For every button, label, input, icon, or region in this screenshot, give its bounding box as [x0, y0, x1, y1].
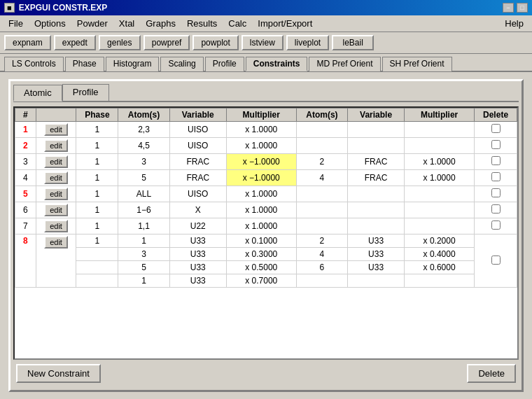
var2-1 [348, 122, 405, 138]
mult2-4: x 1.0000 [405, 170, 475, 186]
tab-constraints[interactable]: Constraints [246, 57, 308, 71]
mult2-7 [405, 218, 475, 234]
mult2-8a: x 0.2000 [405, 234, 475, 248]
atoms-7: 1,1 [118, 218, 169, 234]
delete-check-4[interactable] [491, 172, 500, 181]
atoms-4: 5 [118, 170, 169, 186]
table-row: 7 edit 1 1,1 U22 x 1.0000 [15, 218, 517, 234]
mult-8c: x 0.5000 [226, 261, 296, 274]
var2-8b: U33 [348, 248, 405, 261]
tab-profile[interactable]: Profile [205, 57, 244, 71]
var-1: UISO [169, 122, 226, 138]
toolbar-genles[interactable]: genles [99, 35, 141, 50]
table-row: 2 edit 1 4,5 UISO x 1.0000 [15, 138, 517, 154]
edit-btn-7[interactable]: edit [44, 220, 68, 232]
var-7: U22 [169, 218, 226, 234]
new-constraint-button[interactable]: New Constraint [16, 364, 101, 383]
inner-tab-profile[interactable]: Profile [62, 84, 109, 101]
delete-check-3[interactable] [491, 156, 500, 165]
menu-calc[interactable]: Calc [223, 17, 252, 30]
toolbar-liveplot[interactable]: liveplot [286, 35, 329, 50]
table-row: 5 U33 x 0.5000 6 U33 x 0.6000 [15, 261, 517, 274]
var-3: FRAC [169, 154, 226, 170]
delete-check-2[interactable] [491, 140, 500, 149]
menu-help[interactable]: Help [499, 17, 529, 30]
toolbar-lstview[interactable]: lstview [241, 35, 284, 50]
tab-histogram[interactable]: Histogram [106, 57, 160, 71]
menu-import-export[interactable]: Import/Export [252, 17, 318, 30]
inner-tab-atomic[interactable]: Atomic [13, 85, 62, 102]
atoms-8d: 1 [118, 274, 169, 288]
delete-check-7[interactable] [491, 220, 500, 230]
edit-btn-4[interactable]: edit [44, 172, 68, 184]
inner-tabs: Atomic Profile [13, 84, 519, 102]
var2-5 [348, 186, 405, 202]
title-bar: ■ EXPGUI CONSTR.EXP − □ [0, 0, 532, 15]
var-8b: U33 [169, 248, 226, 261]
bottom-bar: New Constraint Delete [13, 360, 519, 387]
toolbar-expedt[interactable]: expedt [54, 35, 96, 50]
edit-btn-8[interactable]: edit [44, 236, 68, 248]
mult2-8b: x 0.4000 [405, 248, 475, 261]
col-header-variable2: Variable [348, 108, 405, 122]
menu-powder[interactable]: Powder [71, 17, 113, 30]
toolbar: expnam expedt genles powpref powplot lst… [0, 32, 532, 54]
col-header-atoms2: Atom(s) [296, 108, 347, 122]
edit-btn-3[interactable]: edit [44, 155, 68, 168]
edit-btn-1[interactable]: edit [44, 123, 68, 136]
phase-4: 1 [76, 170, 118, 186]
tab-ls-controls[interactable]: LS Controls [4, 57, 64, 71]
mult2-2 [405, 138, 475, 154]
col-header-phase: Phase [76, 108, 118, 122]
var-5: UISO [169, 186, 226, 202]
minimize-button[interactable]: − [503, 3, 514, 13]
constraints-table-scroll[interactable]: # Phase Atom(s) Variable Multiplier Atom… [15, 108, 517, 358]
var-8d: U33 [169, 274, 226, 288]
mult-7: x 1.0000 [226, 218, 296, 234]
mult-5: x 1.0000 [226, 186, 296, 202]
mult2-1 [405, 122, 475, 138]
toolbar-expnam[interactable]: expnam [4, 35, 51, 50]
mult-8b: x 0.3000 [226, 248, 296, 261]
table-row: 3 U33 x 0.3000 4 U33 x 0.4000 [15, 248, 517, 261]
atoms2-8b: 4 [296, 248, 347, 261]
table-row: 4 edit 1 5 FRAC x −1.0000 4 FRAC x 1.000… [15, 170, 517, 186]
atoms-2: 4,5 [118, 138, 169, 154]
col-header-variable: Variable [169, 108, 226, 122]
atoms2-3: 2 [296, 154, 347, 170]
delete-check-5[interactable] [491, 188, 500, 197]
toolbar-powpref[interactable]: powpref [144, 35, 190, 50]
edit-btn-6[interactable]: edit [44, 204, 68, 216]
row-num-2: 2 [23, 141, 28, 150]
atoms-5: ALL [118, 186, 169, 202]
row-num-3: 3 [23, 157, 28, 167]
toolbar-lebail[interactable]: leBail [332, 35, 374, 50]
edit-btn-2[interactable]: edit [44, 139, 68, 152]
delete-check-6[interactable] [491, 204, 500, 214]
mult-1: x 1.0000 [226, 122, 296, 138]
delete-button[interactable]: Delete [467, 364, 516, 383]
toolbar-powplot[interactable]: powplot [192, 35, 238, 50]
edit-btn-5[interactable]: edit [44, 188, 68, 200]
tab-phase[interactable]: Phase [65, 57, 104, 71]
mult-3: x −1.0000 [226, 154, 296, 170]
phase-3: 1 [76, 154, 118, 170]
menu-xtal[interactable]: Xtal [113, 17, 140, 30]
tab-scaling[interactable]: Scaling [160, 57, 203, 71]
row-num-5: 5 [23, 189, 28, 199]
delete-check-8[interactable] [491, 255, 500, 265]
menu-results[interactable]: Results [181, 17, 223, 30]
menu-options[interactable]: Options [29, 17, 71, 30]
tab-sh-pref-orient[interactable]: SH Pref Orient [382, 57, 452, 71]
atoms2-1 [296, 122, 347, 138]
maximize-button[interactable]: □ [517, 3, 528, 13]
delete-check-1[interactable] [491, 124, 500, 133]
tab-md-pref-orient[interactable]: MD Pref Orient [309, 57, 380, 71]
menu-file[interactable]: File [3, 17, 29, 30]
var2-8c: U33 [348, 261, 405, 274]
table-row: 1 U33 x 0.7000 [15, 274, 517, 288]
table-row: 6 edit 1 1−6 X x 1.0000 [15, 202, 517, 218]
phase-8a: 1 [76, 234, 118, 248]
menu-graphs[interactable]: Graphs [140, 17, 181, 30]
sys-icon[interactable]: ■ [4, 3, 15, 13]
